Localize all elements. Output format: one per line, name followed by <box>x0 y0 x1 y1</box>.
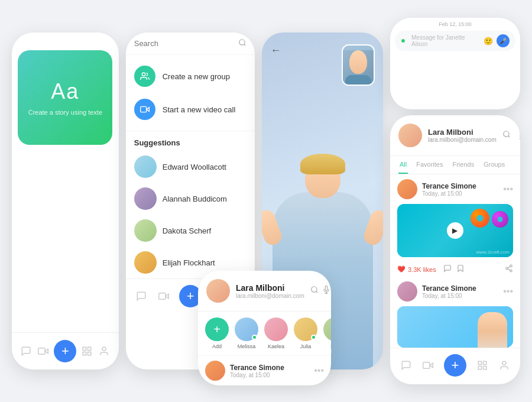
svg-point-23 <box>510 270 512 272</box>
svg-marker-12 <box>166 294 168 299</box>
svg-line-34 <box>316 291 317 293</box>
pip-video <box>342 44 375 86</box>
svg-point-32 <box>502 361 506 365</box>
video-call-action[interactable]: Start a new video call <box>126 93 255 126</box>
tab-favorites[interactable]: Favorites <box>415 156 444 174</box>
chat-more-icon-2[interactable]: ••• <box>503 286 513 297</box>
chat-time-1: Today, at 15:00 <box>422 190 498 197</box>
messages-icon[interactable] <box>20 345 33 358</box>
chat-info-1: Terance Simone Today, at 15:00 <box>422 182 498 197</box>
create-group-action[interactable]: Create a new group <box>126 60 255 93</box>
p4-video-icon[interactable] <box>421 359 434 372</box>
profile-avatar <box>398 124 422 147</box>
p4-messages-icon[interactable] <box>400 359 413 372</box>
profile-email: lara.milboni@domain.com <box>428 137 497 143</box>
avatar-st <box>323 317 331 341</box>
pip-content <box>343 50 374 86</box>
p2-video-icon[interactable] <box>157 290 170 303</box>
back-button[interactable]: ← <box>270 44 281 57</box>
reaction-row: ❤️ 3.3K likes <box>390 262 520 277</box>
avatar-dakota <box>134 219 157 242</box>
video-card-1: ▶ www.2craft.com <box>397 204 513 257</box>
play-button[interactable]: ▶ <box>447 222 463 239</box>
svg-rect-4 <box>83 352 86 355</box>
svg-point-9 <box>142 73 145 76</box>
suggestion-name-dakota: Dakota Scherf <box>163 226 211 235</box>
friend-chip-add[interactable]: + Add <box>205 317 229 349</box>
suggestions-label: Suggestions <box>126 131 255 151</box>
suggestion-edward[interactable]: Edward Woollacott <box>126 151 255 183</box>
reaction-icons <box>443 264 465 274</box>
panel1-bottom-nav: + <box>12 332 119 369</box>
cg-search-icon[interactable] <box>310 286 319 296</box>
cg-profile-info: Lara Milboni lara.milboni@domain.com <box>236 283 304 299</box>
chat-avatar-terance2 <box>397 281 417 302</box>
create-group-icon <box>134 66 155 87</box>
friends-scroll: + Add Melissa Kaelea <box>198 312 331 355</box>
video-call-icon <box>134 99 155 120</box>
share-icon[interactable] <box>505 264 513 274</box>
profile-more-icon[interactable]: ⋮ <box>515 130 520 141</box>
bookmark-icon[interactable] <box>456 264 465 274</box>
chat-item-2[interactable]: Terance Simone Today, at 15:00 ••• <box>390 277 520 306</box>
donut-2 <box>492 211 508 228</box>
suggestion-dakota[interactable]: Dakota Scherf <box>126 215 255 247</box>
donut-hole-1 <box>476 215 483 222</box>
panel4-bottom-nav: + <box>390 348 520 382</box>
avatar-alannah <box>134 187 157 210</box>
chat-more-icon-1[interactable]: ••• <box>503 184 513 194</box>
tab-all[interactable]: All <box>398 156 408 174</box>
online-dot-julia <box>311 335 316 340</box>
donuts-decoration <box>471 209 508 228</box>
video-person-partial <box>478 312 507 348</box>
suggestion-alannah[interactable]: Alannah Buddicom <box>126 183 255 215</box>
video-icon[interactable] <box>37 345 50 358</box>
friend-chip-st[interactable]: St... <box>323 317 331 349</box>
friend-chip-kaelea[interactable]: Kaelea <box>264 317 288 349</box>
likes-count: 3.3K likes <box>408 266 436 273</box>
grid-icon[interactable] <box>80 345 93 358</box>
name-julia: Julia <box>300 343 312 349</box>
name-kaelea: Kaelea <box>268 343 284 349</box>
svg-rect-1 <box>38 348 45 355</box>
profile-search-icon[interactable] <box>502 130 511 141</box>
p5-chat-name: Terance Simone <box>230 364 309 372</box>
search-input[interactable] <box>134 39 234 48</box>
like-button[interactable]: ❤️ 3.3K likes <box>397 265 436 273</box>
svg-rect-31 <box>483 367 486 369</box>
cg-header-actions <box>310 286 330 296</box>
emoji-icon[interactable]: 🙂 <box>484 37 493 46</box>
search-icon[interactable] <box>238 38 246 48</box>
p4-profile-icon[interactable] <box>498 359 511 372</box>
profile-icon[interactable] <box>98 345 111 358</box>
tab-friends[interactable]: Friends <box>451 156 475 174</box>
cg-mic-icon[interactable] <box>322 286 330 296</box>
chat-time-2: Today, at 15:00 <box>422 293 498 299</box>
svg-marker-10 <box>146 108 149 112</box>
add-avatar: + <box>205 317 229 341</box>
p5-chat-avatar <box>205 361 225 381</box>
cg-profile-avatar <box>206 279 230 303</box>
suggestions-list: Edward Woollacott Alannah Buddicom Dakot… <box>126 151 255 278</box>
pip-person-body <box>345 75 371 86</box>
friend-chip-julia[interactable]: Julia <box>294 317 317 349</box>
chat-item-1[interactable]: Terance Simone Today, at 15:00 ••• <box>390 174 520 204</box>
profile-actions: ⋮ <box>502 130 520 141</box>
p4-add-fab-button[interactable]: + <box>444 354 466 377</box>
svg-rect-27 <box>423 362 430 369</box>
p4-grid-icon[interactable] <box>476 359 489 372</box>
friend-chip-melissa[interactable]: Melissa <box>235 317 258 349</box>
app-container: Aa Create a story using texte + <box>0 0 532 402</box>
watermark-text: www.2craft.com <box>476 249 510 255</box>
svg-rect-29 <box>483 361 486 364</box>
p5-more-icon[interactable]: ••• <box>314 365 324 376</box>
svg-point-19 <box>504 131 509 137</box>
p5-chat-item[interactable]: Terance Simone Today, at 15:00 ••• <box>198 355 331 385</box>
p2-messages-icon[interactable] <box>135 290 148 303</box>
add-fab-button[interactable]: + <box>54 340 76 362</box>
mic-button[interactable]: 🎤 <box>497 34 510 47</box>
add-label: Add <box>212 343 222 349</box>
tab-groups[interactable]: Groups <box>482 156 506 174</box>
comment-icon[interactable] <box>443 264 452 274</box>
svg-rect-13 <box>158 293 165 300</box>
